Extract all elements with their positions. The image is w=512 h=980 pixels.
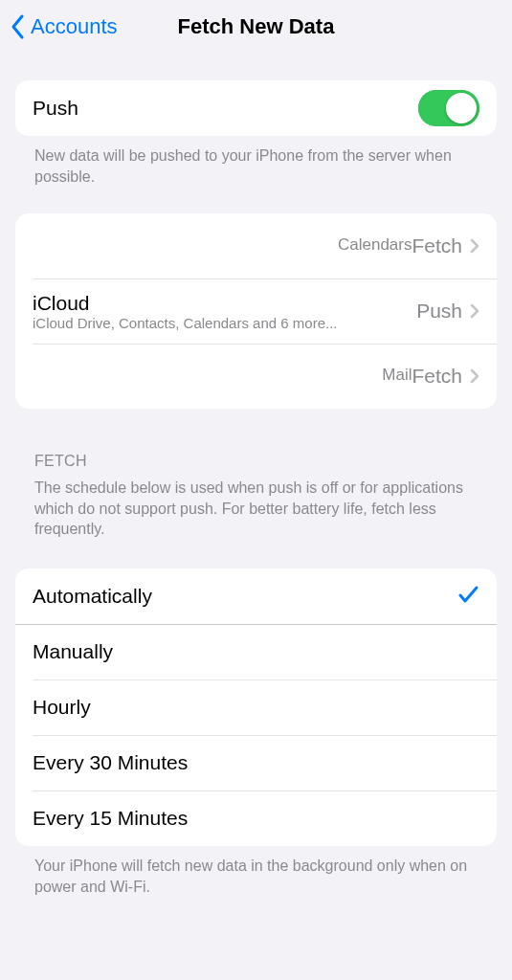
push-footer: New data will be pushed to your iPhone f… [15, 136, 497, 187]
chevron-right-icon [470, 303, 479, 319]
fetch-option[interactable]: Hourly [15, 679, 497, 735]
chevron-right-icon [470, 368, 479, 384]
back-label: Accounts [31, 14, 118, 39]
fetch-option[interactable]: Manually [15, 624, 497, 679]
fetch-option[interactable]: Every 15 Minutes [15, 791, 497, 846]
fetch-option-label: Hourly [33, 696, 479, 719]
chevron-right-icon [470, 238, 479, 254]
account-name: Mail [382, 366, 412, 387]
account-mode: Fetch [412, 365, 462, 388]
fetch-header: Fetch [15, 453, 497, 478]
account-mode: Fetch [412, 234, 462, 257]
account-row[interactable]: iCloudiCloud Drive, Contacts, Calendars … [15, 278, 497, 344]
fetch-option-label: Automatically [33, 585, 456, 608]
fetch-option[interactable]: Every 30 Minutes [15, 735, 497, 791]
fetch-footer: Your iPhone will fetch new data in the b… [15, 846, 497, 897]
account-row[interactable]: MailFetch [15, 344, 497, 409]
account-name: Calendars [338, 235, 412, 256]
accounts-card: CalendarsFetchiCloudiCloud Drive, Contac… [15, 213, 497, 409]
fetch-options-card: AutomaticallyManuallyHourlyEvery 30 Minu… [15, 568, 497, 846]
account-subtitle: iCloud Drive, Contacts, Calendars and 6 … [33, 315, 416, 331]
push-toggle[interactable] [418, 90, 479, 126]
account-row[interactable]: CalendarsFetch [15, 213, 497, 278]
fetch-option-label: Every 15 Minutes [33, 807, 479, 830]
chevron-left-icon [10, 13, 27, 40]
account-name: iCloud [33, 292, 416, 315]
push-row: Push [15, 80, 497, 136]
checkmark-icon [456, 583, 479, 610]
push-card: Push [15, 80, 497, 136]
fetch-option[interactable]: Automatically [15, 568, 497, 624]
fetch-option-label: Every 30 Minutes [33, 751, 479, 774]
account-mode: Push [416, 300, 462, 323]
fetch-description: The schedule below is used when push is … [15, 478, 497, 540]
toggle-knob [446, 93, 477, 123]
fetch-option-label: Manually [33, 640, 479, 663]
push-label: Push [33, 97, 418, 120]
back-button[interactable]: Accounts [10, 0, 118, 54]
navbar: Accounts Fetch New Data [0, 0, 512, 54]
page-title: Fetch New Data [178, 14, 335, 39]
